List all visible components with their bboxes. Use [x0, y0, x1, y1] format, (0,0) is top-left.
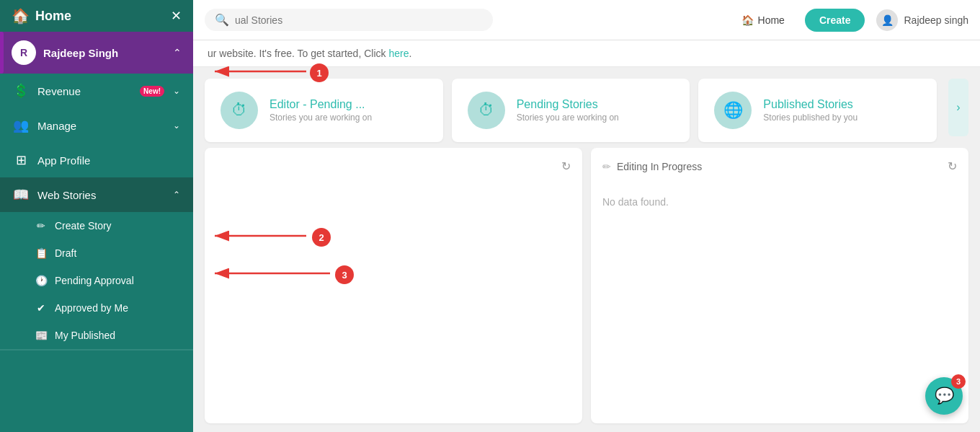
sidebar-item-app-profile[interactable]: ⊞ App Profile: [0, 143, 193, 177]
published-stories-card[interactable]: 🌐 Published Stories Stories published by…: [698, 79, 937, 142]
right-refresh-icon[interactable]: ↻: [948, 159, 957, 173]
card-icon-pending: ⏱: [468, 92, 505, 129]
pencil-icon: ✏: [602, 161, 611, 172]
topbar-username: Rajdeep singh: [904, 14, 968, 26]
sidebar-item-label: App Profile: [37, 154, 180, 167]
left-refresh-icon[interactable]: ↻: [561, 159, 571, 173]
card-text-editor: Editor - Pending ... Stories you are wor…: [270, 98, 372, 123]
card-subtitle-pending: Stories you are working on: [517, 113, 619, 123]
card-title-editor: Editor - Pending ...: [270, 98, 372, 111]
sidebar-username: Rajdeep Singh: [43, 47, 166, 59]
banner-suffix: .: [409, 48, 411, 59]
banner-link[interactable]: here: [388, 48, 409, 59]
chevron-down-icon: ⌄: [173, 120, 180, 131]
sidebar-nav: 💲 Revenue New! ⌄ 👥 Manage ⌄ ⊞ App Profil…: [0, 74, 193, 432]
sidebar-item-web-stories[interactable]: 📖 Web Stories ⌃: [0, 177, 193, 212]
cards-nav-next-button[interactable]: ›: [948, 79, 968, 136]
banner-text: ur website. It's free. To get started, C…: [208, 48, 388, 59]
topbar-home-button[interactable]: 🏠 Home: [733, 10, 793, 30]
chevron-down-icon: ⌄: [173, 86, 180, 96]
stopwatch-icon: ⏱: [231, 101, 247, 120]
pending-stories-card[interactable]: ⏱ Pending Stories Stories you are workin…: [452, 79, 690, 142]
main-content: 🔍 🏠 Home Create 👤 Rajdeep singh ur we: [193, 0, 980, 432]
sidebar-item-label: Manage: [37, 120, 164, 132]
web-stories-icon: 📖: [13, 187, 29, 203]
banner: ur website. It's free. To get started, C…: [193, 40, 980, 67]
card-icon-editor: ⏱: [220, 92, 258, 129]
user-icon: 👤: [881, 14, 894, 26]
sidebar-item-label: Revenue: [37, 85, 131, 97]
right-panel-header: ✏ Editing In Progress ↻: [602, 159, 957, 173]
sidebar-item-manage[interactable]: 👥 Manage ⌄: [0, 108, 193, 143]
topbar-create-button[interactable]: Create: [805, 9, 865, 32]
user-avatar-icon: 👤: [876, 9, 898, 31]
card-icon-published: 🌐: [714, 92, 752, 129]
pending-approval-icon: 🕐: [35, 275, 48, 286]
revenue-icon: 💲: [13, 83, 29, 99]
sidebar-subitem-label: Create Story: [55, 220, 112, 232]
sidebar: 🏠 Home ✕ R Rajdeep Singh ⌃ 💲 Revenue New…: [0, 0, 193, 432]
left-content-panel: ↻: [205, 148, 582, 423]
stopwatch-icon: ⏱: [478, 101, 494, 120]
sidebar-subitem-approved-by-me[interactable]: ✔ Approved by Me: [0, 294, 193, 322]
search-icon: 🔍: [215, 13, 229, 27]
sidebar-item-label: Web Stories: [37, 189, 164, 201]
sidebar-header: 🏠 Home ✕: [0, 0, 193, 32]
right-content-panel: ✏ Editing In Progress ↻ No data found.: [591, 148, 968, 423]
sidebar-subitem-pending-approval[interactable]: 🕐 Pending Approval: [0, 267, 193, 294]
card-text-published: Published Stories Stories published by y…: [763, 98, 858, 123]
topbar-user[interactable]: 👤 Rajdeep singh: [876, 9, 968, 31]
cards-row: ⏱ Editor - Pending ... Stories you are w…: [193, 67, 980, 148]
sidebar-item-revenue[interactable]: 💲 Revenue New! ⌄: [0, 74, 193, 108]
messenger-badge: 3: [951, 374, 966, 389]
app-profile-icon: ⊞: [13, 152, 29, 168]
home-icon: 🏠: [741, 14, 754, 26]
create-story-icon: ✏: [35, 220, 48, 232]
avatar: R: [12, 40, 36, 65]
approved-icon: ✔: [35, 302, 48, 314]
chevron-up-icon: ⌃: [173, 190, 180, 200]
topbar: 🔍 🏠 Home Create 👤 Rajdeep singh: [193, 0, 980, 40]
sidebar-user-section[interactable]: R Rajdeep Singh ⌃: [0, 32, 193, 74]
left-panel-header: ↻: [216, 159, 571, 173]
manage-icon: 👥: [13, 118, 29, 133]
no-data-message: No data found.: [602, 182, 957, 222]
search-box[interactable]: 🔍: [205, 9, 493, 31]
new-badge: New!: [140, 86, 164, 97]
sidebar-subitem-label: Draft: [55, 247, 76, 259]
messenger-icon: 💬: [935, 387, 954, 405]
messenger-button[interactable]: 💬 3: [925, 377, 963, 415]
sidebar-subitem-create-story[interactable]: ✏ Create Story: [0, 212, 193, 239]
sidebar-subitem-label: My Published: [55, 330, 115, 341]
sidebar-close-button[interactable]: ✕: [171, 8, 182, 24]
card-subtitle-editor: Stories you are working on: [270, 113, 372, 123]
content-area: ↻ ✏ Editing In Progress ↻ No data found.: [193, 148, 980, 432]
editor-pending-card[interactable]: ⏱ Editor - Pending ... Stories you are w…: [205, 79, 443, 142]
right-panel-title: Editing In Progress: [617, 161, 702, 172]
draft-icon: 📋: [35, 247, 48, 259]
right-panel-title-row: ✏ Editing In Progress: [602, 161, 702, 172]
globe-icon: 🌐: [723, 101, 743, 120]
card-title-pending: Pending Stories: [517, 98, 619, 111]
user-chevron-icon: ⌃: [173, 47, 182, 58]
home-nav-icon: 🏠: [12, 7, 30, 25]
search-input[interactable]: [235, 14, 483, 26]
card-subtitle-published: Stories published by you: [763, 113, 858, 123]
sidebar-subitem-label: Pending Approval: [55, 275, 134, 286]
sidebar-subitem-label: Approved by Me: [55, 302, 128, 314]
card-text-pending: Pending Stories Stories you are working …: [517, 98, 619, 123]
sidebar-subitem-draft[interactable]: 📋 Draft: [0, 239, 193, 267]
sidebar-home-label: Home: [35, 9, 71, 24]
topbar-home-label: Home: [758, 14, 785, 26]
card-title-published: Published Stories: [763, 98, 858, 111]
sidebar-subitem-my-published[interactable]: 📰 My Published: [0, 322, 193, 351]
my-published-icon: 📰: [35, 330, 48, 341]
topbar-right: 🏠 Home Create 👤 Rajdeep singh: [733, 9, 968, 32]
